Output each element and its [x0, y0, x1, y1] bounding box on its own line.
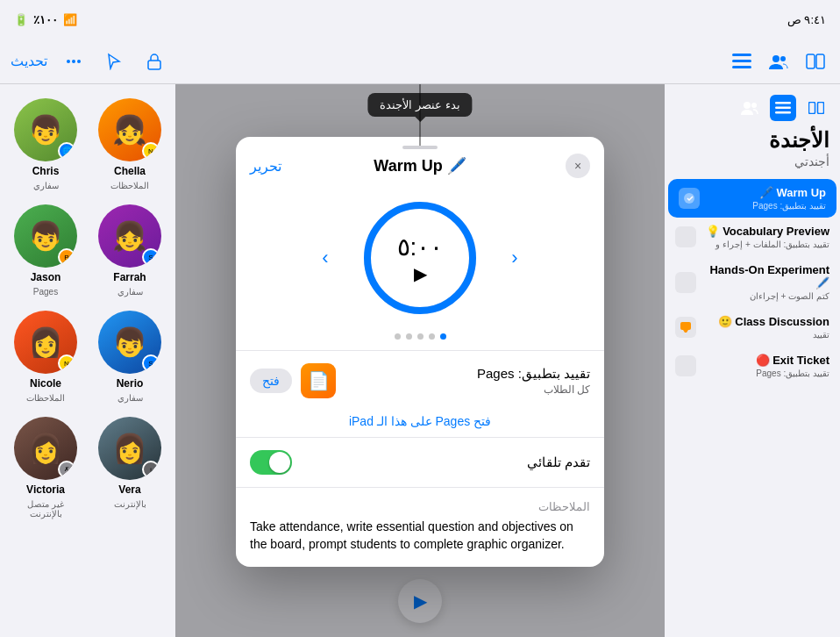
modal-handle-bar: [402, 146, 438, 149]
agenda-warmup-title: Warm Up 🖊️: [705, 186, 826, 199]
more-options-button[interactable]: [60, 47, 88, 75]
svg-rect-9: [807, 54, 815, 68]
svg-rect-19: [818, 103, 824, 114]
agenda-item-vocabulary[interactable]: Vocabulary Preview 💡 تقييد بتطبيق: الملف…: [665, 218, 840, 256]
time-display: ٩:٤١ ص: [787, 13, 826, 26]
student-avatar-chella: 👧 N: [98, 98, 161, 161]
timer-circle[interactable]: ٥:۰۰ ▶: [359, 197, 481, 319]
agenda-discussion-content: Class Discussion 🙂 تقييد: [701, 315, 829, 340]
battery-level: ٪۱۰۰: [33, 13, 58, 26]
lock-button[interactable]: [140, 47, 168, 75]
modal-header: تحرير Warm Up 🖊️ ×: [236, 153, 604, 183]
main-content: 👦 🌐 Chris سفاري 👧 N Chella الملاحظات 👦 P…: [0, 84, 840, 637]
dot-3: [417, 333, 424, 340]
app-restriction-section: فتح 📄 تقييد بتطبيق: Pages كل الطلاب: [236, 351, 604, 411]
list-view-button[interactable]: [728, 47, 756, 75]
agenda-warmup-subtitle: تقييد بتطبيق: Pages: [705, 201, 826, 211]
agenda-vocabulary-icon: [675, 226, 696, 247]
status-right: ٩:٤١ ص: [787, 13, 826, 26]
open-pages-button[interactable]: فتح: [250, 369, 292, 393]
student-avatar-jason: 👦 P: [14, 204, 77, 268]
agenda-layout-icon[interactable]: [803, 95, 829, 121]
student-app-vera: بالإنترنت: [114, 499, 146, 509]
open-on-ipad-link[interactable]: فتح Pages على هذا الـ iPad: [236, 411, 604, 437]
students-button[interactable]: [765, 47, 793, 75]
status-bar: 🔋 ٪۱۰۰ 📶 ٩:٤١ ص: [0, 0, 840, 39]
auto-advance-toggle[interactable]: [250, 450, 292, 475]
agenda-discussion-subtitle: تقييد: [701, 330, 829, 340]
svg-rect-15: [775, 102, 791, 104]
status-left: 🔋 ٪۱۰۰ 📶: [14, 13, 77, 26]
student-avatar-nicole: 👩 N: [14, 311, 77, 374]
timer-next-button[interactable]: ›: [499, 242, 530, 274]
agenda-vocabulary-subtitle: تقييد بتطبيق: الملفات + إجراء و: [701, 240, 829, 249]
student-badge-chris: 🌐: [58, 142, 75, 160]
student-jason[interactable]: 👦 P Jason Pages: [7, 201, 84, 300]
auto-advance-section: تقدم تلقائي: [236, 438, 604, 487]
center-area: بدء عنصر الأجندة تحرير Warm Up 🖊️ × ‹: [175, 84, 665, 637]
student-victoria[interactable]: 👩 ✗ Victoria غير متصل بالإنترنت: [7, 413, 84, 522]
agenda-exit-subtitle: تقييد بتطبيق: Pages: [701, 369, 829, 378]
agenda-discussion-icon: [675, 317, 696, 338]
agenda-experiment-title: Hands-On Experiment 🖊️: [701, 263, 829, 290]
app-restriction-label: تقييد بتطبيق: Pages: [477, 366, 590, 382]
student-vera[interactable]: 👩 i Vera بالإنترنت: [91, 413, 168, 522]
student-badge-vera: i: [142, 461, 160, 478]
agenda-exit-icon: [675, 355, 696, 376]
app-restriction-sublabel: كل الطلاب: [544, 383, 590, 396]
timer-prev-button[interactable]: ‹: [310, 242, 341, 274]
svg-point-20: [684, 193, 694, 204]
notes-label: الملاحظات: [250, 500, 590, 513]
agenda-subtitle: أجندتي: [665, 154, 840, 175]
agenda-students-icon[interactable]: [737, 95, 763, 121]
layout-button[interactable]: [801, 47, 829, 75]
agenda-item-exit[interactable]: Exit Ticket 🔴 تقييد بتطبيق: Pages: [665, 347, 840, 385]
student-nicole[interactable]: 👩 N Nicole الملاحظات: [7, 307, 84, 406]
svg-rect-22: [680, 322, 691, 330]
student-avatar-farrah: 👧 S: [98, 204, 161, 268]
battery-icon: 🔋: [14, 13, 28, 26]
svg-rect-6: [732, 66, 751, 68]
svg-rect-18: [809, 103, 815, 114]
svg-point-21: [680, 232, 691, 242]
agenda-exit-content: Exit Ticket 🔴 تقييد بتطبيق: Pages: [701, 354, 829, 378]
student-name-victoria: Victoria: [26, 483, 65, 496]
student-name-chris: Chris: [32, 165, 60, 177]
student-nerio[interactable]: 👦 S Nerio سفاري: [91, 307, 168, 406]
agenda-experiment-subtitle: كتم الصوت + إجراءان: [701, 291, 829, 301]
cursor-button[interactable]: [100, 47, 128, 75]
student-farrah[interactable]: 👧 S Farrah سفاري: [91, 201, 168, 300]
pagination-dots: [236, 326, 604, 350]
student-name-nerio: Nerio: [117, 377, 144, 390]
student-badge-nerio: S: [142, 354, 160, 372]
agenda-vocabulary-title: Vocabulary Preview 💡: [701, 225, 829, 238]
student-avatar-nerio: 👦 S: [98, 311, 161, 374]
wifi-icon: 📶: [63, 13, 77, 26]
warm-up-modal: تحرير Warm Up 🖊️ × ‹ ٥:۰۰ ▶: [236, 137, 604, 567]
toggle-knob: [269, 452, 290, 473]
student-name-jason: Jason: [31, 271, 61, 283]
student-app-victoria: غير متصل بالإنترنت: [11, 499, 81, 519]
dot-4: [429, 333, 435, 340]
modal-close-button[interactable]: ×: [566, 154, 590, 178]
agenda-item-warmup[interactable]: Warm Up 🖊️ تقييد بتطبيق: Pages: [668, 179, 836, 218]
student-avatar-victoria: 👩 ✗: [14, 417, 77, 480]
svg-rect-10: [816, 54, 824, 68]
student-chella[interactable]: 👧 N Chella الملاحظات: [91, 95, 168, 194]
agenda-item-discussion[interactable]: Class Discussion 🙂 تقييد: [665, 308, 840, 347]
student-app-chris: سفاري: [33, 181, 59, 190]
auto-advance-label: تقدم تلقائي: [527, 454, 590, 470]
student-chris[interactable]: 👦 🌐 Chris سفاري: [7, 95, 84, 194]
svg-rect-4: [732, 54, 751, 56]
timer-section: ‹ ٥:۰۰ ▶ ›: [236, 183, 604, 326]
agenda-discussion-title: Class Discussion 🙂: [701, 315, 829, 328]
update-button[interactable]: تحديث: [11, 47, 47, 75]
agenda-list-icon[interactable]: [770, 95, 796, 121]
student-name-nicole: Nicole: [30, 377, 61, 390]
modal-edit-button[interactable]: تحرير: [250, 158, 281, 175]
svg-rect-17: [775, 111, 791, 114]
agenda-item-experiment[interactable]: Hands-On Experiment 🖊️ كتم الصوت + إجراء…: [665, 256, 840, 308]
student-name-chella: Chella: [114, 165, 146, 177]
timer-center: ٥:۰۰ ▶: [397, 233, 444, 284]
svg-point-2: [77, 60, 81, 63]
